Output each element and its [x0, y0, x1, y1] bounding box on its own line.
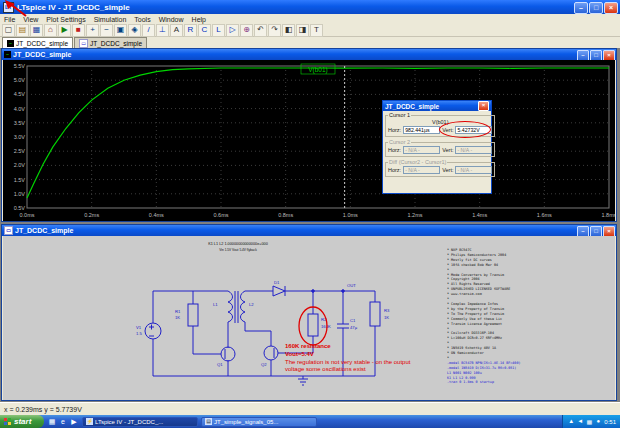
- y-tick-label: 4.5V: [14, 91, 26, 97]
- tab-label: JT_DCDC_simple: [90, 40, 142, 47]
- waveform-window-titlebar[interactable]: ~ JT_DCDC_simple – □ ×: [2, 49, 616, 60]
- waveform-window: ~ JT_DCDC_simple – □ × 0.0ms0.2ms0.4ms0.…: [1, 48, 617, 222]
- maximize-button[interactable]: □: [589, 2, 603, 14]
- cursor-dialog-titlebar[interactable]: JT_DCDC_simple ×: [383, 101, 491, 111]
- menu-window[interactable]: Window: [155, 16, 188, 23]
- zoom-in-icon[interactable]: +: [86, 24, 99, 37]
- wire-icon[interactable]: /: [142, 24, 155, 37]
- show-desktop-icon[interactable]: ▦: [47, 417, 57, 427]
- zoom-out-icon[interactable]: −: [100, 24, 113, 37]
- halt-icon[interactable]: ■: [72, 24, 85, 37]
- task-icon: ▤: [205, 418, 212, 425]
- minimize-button[interactable]: –: [574, 2, 588, 14]
- diff-vert-field[interactable]: [455, 166, 492, 174]
- x-tick-label: 1.0ms: [343, 212, 358, 218]
- x-tick-label: 0.2ms: [84, 212, 99, 218]
- x-tick-label: 0.0ms: [20, 212, 35, 218]
- ground-icon[interactable]: ⊥: [156, 24, 169, 37]
- spice-note-line: .tran 0 1.8ms 0 startup: [447, 380, 607, 385]
- rotate-icon[interactable]: ◧: [282, 24, 295, 37]
- save-icon[interactable]: ▦: [30, 24, 43, 37]
- text-icon[interactable]: T: [310, 24, 323, 37]
- label-l1: L1: [213, 302, 218, 307]
- redo-icon[interactable]: ↷: [268, 24, 281, 37]
- sch-tab-icon: ▭: [79, 39, 88, 48]
- cursor2-vert-field[interactable]: [455, 146, 492, 154]
- label-out: OUT: [347, 283, 356, 288]
- label-q2: Q2: [261, 362, 267, 367]
- cursor-dialog-close-button[interactable]: ×: [478, 101, 489, 111]
- component-icon[interactable]: ⊕: [240, 24, 253, 37]
- diode-icon[interactable]: ▷: [226, 24, 239, 37]
- task-label: JT_simple_signals_05...: [214, 419, 278, 425]
- mirror-icon[interactable]: ◨: [296, 24, 309, 37]
- waveform-canvas[interactable]: 0.0ms0.2ms0.4ms0.6ms0.8ms1.0ms1.2ms1.4ms…: [3, 60, 615, 221]
- start-label: start: [14, 417, 31, 426]
- media-player-icon[interactable]: ▶: [69, 417, 79, 427]
- cursor2-horz-label: Horz:: [388, 147, 401, 153]
- cursor1-horz-field[interactable]: [403, 126, 440, 134]
- cursor2-horz-field[interactable]: [403, 146, 440, 154]
- diff-group: Diff (Cursor2 - Cursor1) Horz: Vert:: [385, 159, 495, 177]
- cursor1-horz-label: Horz:: [388, 127, 401, 133]
- window-title: LTspice IV - JT_DCDC_simple: [17, 3, 130, 12]
- x-tick-label: 1.6ms: [537, 212, 552, 218]
- diff-label: Diff (Cursor2 - Cursor1): [388, 159, 447, 165]
- pan-icon[interactable]: ◈: [128, 24, 141, 37]
- mdi-area: ~ JT_DCDC_simple – □ × 0.0ms0.2ms0.4ms0.…: [0, 48, 620, 402]
- schematic-canvas[interactable]: K1 L1 L2 1.00000000000000e+000 Vin 1.5V …: [3, 236, 615, 400]
- update-icon[interactable]: ▲: [567, 418, 575, 425]
- menu-plot-settings[interactable]: Plot Settings: [42, 16, 89, 23]
- y-tick-label: 0.5V: [14, 205, 26, 211]
- y-tick-label: 5.0V: [14, 77, 26, 83]
- taskbar-task-2[interactable]: ▤JT_simple_signals_05...: [201, 417, 317, 427]
- label-c1: C1: [350, 318, 356, 323]
- start-button[interactable]: start: [0, 415, 44, 428]
- label-q1: Q1: [217, 362, 223, 367]
- label-r1-value: 1K: [175, 315, 180, 320]
- tab-schematic[interactable]: ▭JT_DCDC_simple: [74, 37, 147, 48]
- status-coordinates: x = 0.239ms y = 5.7739V: [4, 406, 82, 413]
- label-d1: D1: [274, 280, 280, 285]
- cursor2-label: Cursor 2: [388, 139, 411, 145]
- trace-line: [27, 68, 609, 198]
- menu-simulation[interactable]: Simulation: [90, 16, 131, 23]
- new-schematic-icon[interactable]: ▢: [2, 24, 15, 37]
- taskbar-task-1[interactable]: ⚡LTspice IV - JT_DCDC_...: [82, 417, 198, 427]
- status-bar: x = 0.239ms y = 5.7739V: [0, 402, 620, 415]
- diff-horz-field[interactable]: [403, 166, 440, 174]
- zoom-full-icon[interactable]: ▣: [114, 24, 127, 37]
- resistor-icon[interactable]: R: [184, 24, 197, 37]
- menu-help[interactable]: Help: [188, 16, 210, 23]
- close-button[interactable]: ×: [604, 2, 618, 14]
- y-tick-label: 1.0V: [14, 191, 26, 197]
- label-net-icon[interactable]: A: [170, 24, 183, 37]
- y-tick-label: 1.5V: [14, 177, 26, 183]
- antivirus-icon[interactable]: ●: [594, 418, 602, 425]
- cursor-dialog[interactable]: JT_DCDC_simple × Cursor 1 V(b01) Horz: V…: [382, 100, 492, 194]
- inductor-icon[interactable]: L: [212, 24, 225, 37]
- waveform-plot[interactable]: 0.0ms0.2ms0.4ms0.6ms0.8ms1.0ms1.2ms1.4ms…: [3, 60, 615, 221]
- capacitor-icon[interactable]: C: [198, 24, 211, 37]
- run-icon[interactable]: ▶: [58, 24, 71, 37]
- annotation-text: 160K resistance Vout=5.4V The regulation…: [285, 343, 411, 372]
- annotation-line-4: voltage some oscillations exist: [285, 366, 366, 372]
- tab-waveform[interactable]: ~JT_DCDC_simple: [2, 37, 73, 48]
- schematic-window-titlebar[interactable]: ▭ JT_DCDC_simple – □ ×: [2, 225, 616, 236]
- undo-icon[interactable]: ↶: [254, 24, 267, 37]
- internet-explorer-icon[interactable]: e: [58, 417, 68, 427]
- spice-model-notes: * NXP BC547C* Philips Semiconductors 200…: [447, 248, 607, 396]
- open-icon[interactable]: ▤: [16, 24, 29, 37]
- network-icon[interactable]: ▦: [585, 418, 593, 425]
- trace-label[interactable]: V(b01): [308, 66, 328, 74]
- diff-vert-label: Vert:: [442, 167, 453, 173]
- volume-icon[interactable]: ◄: [576, 418, 584, 425]
- schematic-icon: ▭: [4, 226, 13, 235]
- menu-tools[interactable]: Tools: [130, 16, 154, 23]
- wave-tab-icon: ~: [7, 40, 14, 47]
- schematic-header-1: K1 L1 L2 1.00000000000000e+000: [208, 242, 268, 246]
- label-c1-value: 47µ: [350, 325, 358, 330]
- control-panel-icon[interactable]: ⌂: [44, 24, 57, 37]
- annotation-ellipse-vert-value: [439, 121, 491, 138]
- y-tick-label: 3.5V: [14, 120, 26, 126]
